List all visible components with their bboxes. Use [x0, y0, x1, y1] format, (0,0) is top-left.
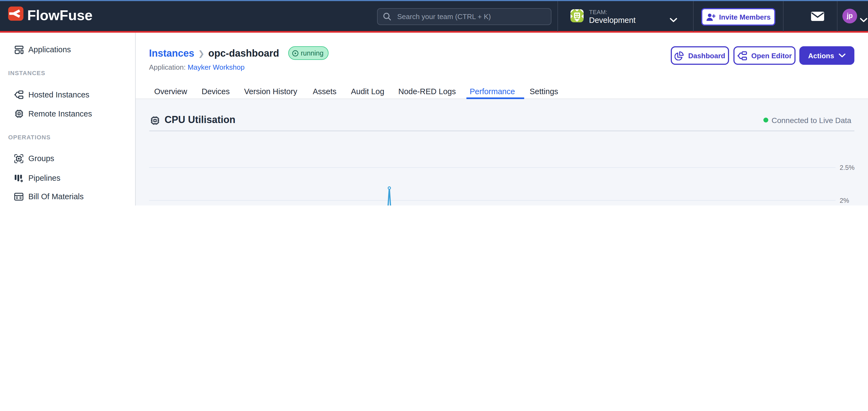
svg-text:2.5%: 2.5%: [840, 164, 855, 171]
svg-text:2%: 2%: [840, 197, 849, 204]
